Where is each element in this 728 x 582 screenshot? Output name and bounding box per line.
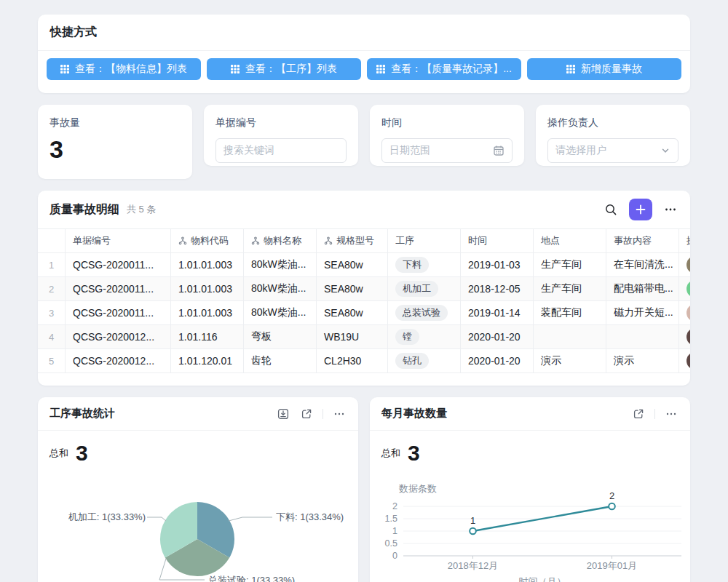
table-more-button[interactable] (662, 202, 678, 218)
table-cell (679, 325, 690, 348)
shortcut-button-label: 查看：【质量事故记录】... (391, 63, 512, 76)
table-cell: 演示 (606, 349, 679, 372)
pie-more-button[interactable] (332, 407, 347, 421)
table-row[interactable]: 3QCSG-2020011...1.01.01.00380kW柴油...SEA8… (38, 301, 690, 325)
y-tick-label: 1.5 (385, 514, 397, 524)
data-point[interactable] (470, 528, 476, 535)
table-row[interactable]: 4QCSG-2020012...1.01.116弯板WB19U镗2020-01-… (38, 325, 690, 349)
shortcut-button-4[interactable]: 新增质量事故 (527, 58, 681, 80)
avatar (687, 328, 690, 346)
keyword-search-input[interactable]: 搜索关键词 (215, 138, 347, 163)
table-cell: 生产车间 (534, 253, 606, 276)
line-sum-value: 3 (408, 441, 420, 466)
cell-text: 演示 (541, 354, 561, 367)
index-column-header (38, 229, 66, 252)
line-more-button[interactable] (664, 407, 678, 421)
user-filter-card: 操作负责人 请选择用户 (536, 105, 690, 166)
add-record-button[interactable] (629, 199, 652, 220)
table-cell: 80kW柴油... (244, 301, 317, 324)
table-cell (679, 349, 690, 372)
table-cell: SEA80w (317, 301, 388, 324)
process-pie-chart: 下料: 1(33.34%)总装试验: 1(33.33%)机加工: 1(33.33… (38, 470, 358, 582)
table-row[interactable]: 1QCSG-2020011...1.01.01.00380kW柴油...SEA8… (38, 253, 690, 277)
divider (654, 409, 655, 419)
column-header[interactable]: 时间 (461, 229, 534, 252)
table-cell: 2020-01-20 (461, 349, 534, 372)
column-header[interactable]: 事故内容 (606, 229, 679, 252)
table-cell: 2019-01-14 (461, 301, 534, 324)
y-tick-label: 2 (392, 501, 397, 511)
cell-text: 80kW柴油... (251, 282, 306, 295)
table-cell: QCSG-2020011... (66, 253, 171, 276)
pie-open-button[interactable] (299, 407, 314, 421)
table-row[interactable]: 5QCSG-2020012...1.01.120.01齿轮CL2H30钻孔202… (38, 349, 690, 373)
column-header[interactable]: 物料名称 (244, 229, 317, 252)
line-open-button[interactable] (631, 407, 646, 421)
cell-text: 生产车间 (541, 258, 582, 271)
column-header[interactable]: 地点 (534, 229, 606, 252)
cell-text: CL2H30 (324, 355, 361, 367)
stat-label: 事故量 (50, 116, 181, 129)
column-header[interactable]: 工序 (388, 229, 461, 252)
table-cell: QCSG-2020012... (66, 349, 171, 372)
open-icon (633, 408, 644, 420)
column-header[interactable]: 物料代码 (171, 229, 244, 252)
user-select[interactable]: 请选择用户 (547, 138, 678, 163)
shortcut-button-1[interactable]: 查看：【物料信息】列表 (47, 58, 201, 80)
grid-icon (60, 65, 69, 73)
data-point-label: 2 (609, 490, 614, 501)
table-cell: 1.01.01.003 (171, 301, 244, 324)
grid-icon (231, 65, 240, 73)
shortcuts-title: 快捷方式 (38, 15, 690, 51)
monthly-line-chart: 数据条数21.510.502018年12月2019年01月12时间（月） (370, 470, 690, 582)
shortcut-button-2[interactable]: 查看：【工序】列表 (207, 58, 361, 80)
row-index: 1 (38, 253, 66, 276)
cell-text: 配电箱带电... (614, 282, 673, 295)
keyword-filter-card: 单据编号 搜索关键词 (204, 105, 358, 166)
table-record-count: 共 5 条 (127, 203, 156, 216)
data-point[interactable] (609, 503, 615, 510)
y-tick-label: 0.5 (385, 538, 397, 549)
column-header[interactable]: 规格型号 (317, 229, 388, 252)
relation-icon (251, 236, 260, 245)
column-header[interactable]: 操作负责人 (679, 229, 690, 252)
table-cell: SEA80w (317, 277, 388, 300)
table-cell (679, 277, 690, 300)
more-icon (664, 203, 677, 216)
cell-text: 80kW柴油... (251, 306, 306, 319)
pie-download-button[interactable] (276, 407, 290, 421)
cell-text: QCSG-2020012... (73, 331, 154, 343)
table-cell: 80kW柴油... (244, 253, 317, 276)
process-pie-card: 工序事故统计 (38, 397, 358, 582)
table-cell: CL2H30 (317, 349, 388, 372)
column-header[interactable]: 单据编号 (66, 229, 171, 252)
cell-text: 在车间清洗... (614, 258, 673, 271)
table-cell: 生产车间 (534, 277, 606, 300)
table-cell: 磁力开关短... (606, 301, 679, 324)
cell-text: 演示 (614, 354, 634, 367)
avatar (687, 256, 690, 274)
avatar (687, 352, 690, 370)
stat-value: 3 (50, 135, 181, 164)
date-range-input[interactable]: 日期范围 (381, 138, 513, 163)
table-cell: 2020-01-20 (461, 325, 534, 348)
chevron-down-icon (660, 146, 670, 156)
cell-text: 2019-01-03 (468, 259, 521, 271)
table-cell: 装配车间 (534, 301, 606, 324)
avatar (687, 304, 690, 322)
keyword-placeholder: 搜索关键词 (223, 144, 274, 157)
shortcut-button-3[interactable]: 查看：【质量事故记录】... (367, 58, 521, 80)
table-row[interactable]: 2QCSG-2020011...1.01.01.00380kW柴油...SEA8… (38, 277, 690, 301)
cell-text: SEA80w (324, 283, 363, 295)
cell-text: SEA80w (324, 259, 363, 271)
pie-card-header: 工序事故统计 (38, 397, 358, 431)
table-cell: 齿轮 (244, 349, 317, 372)
cell-text: 齿轮 (251, 354, 272, 367)
cell-text: 磁力开关短... (614, 306, 673, 319)
date-filter-card: 时间 日期范围 (370, 105, 524, 166)
table-cell (534, 325, 606, 348)
row-index: 4 (38, 325, 66, 348)
table-cell: 钻孔 (388, 349, 461, 372)
process-tag: 下料 (395, 257, 429, 273)
table-search-button[interactable] (603, 202, 619, 218)
